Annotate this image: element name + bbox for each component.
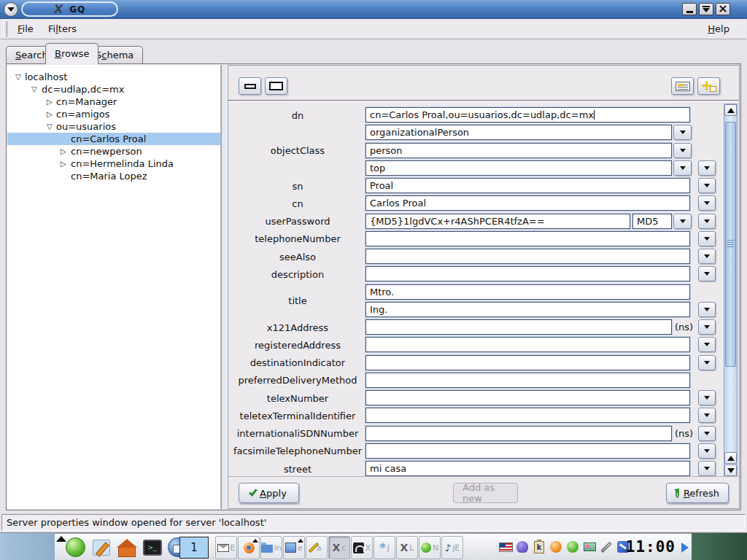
expander-closed-icon[interactable]: ▷ [61,158,66,170]
attribute-value-input[interactable]: organizationalPerson [365,125,672,140]
attribute-value-input[interactable]: Carlos Proal [365,195,690,211]
add-value-button[interactable] [698,249,716,264]
tree-item[interactable]: ▽localhost [7,71,220,83]
add-value-button[interactable] [698,390,716,405]
add-value-button[interactable] [698,178,716,193]
window-menu-button[interactable] [4,2,18,17]
expand-values-button[interactable] [265,77,287,95]
digital-clock[interactable]: 11:00 [626,538,676,556]
attribute-value-input[interactable]: cn=Carlos Proal,ou=usuarios,dc=udlap,dc=… [365,107,690,122]
add-value-button[interactable] [698,160,716,176]
attribute-value-input[interactable] [365,355,690,370]
attribute-value-input[interactable] [365,337,690,352]
desktop-pager[interactable]: 1 [179,537,209,559]
launcher-suse-menu[interactable] [65,537,86,558]
task-button[interactable]: N [419,536,441,559]
collapse-values-button[interactable] [239,77,261,95]
add-value-button[interactable] [698,319,716,335]
add-value-button[interactable] [698,302,716,317]
attribute-value-input[interactable]: Ing. [365,302,690,317]
attribute-value-input[interactable]: top [365,160,672,176]
menu-filters[interactable]: Filters [42,19,83,39]
add-value-button[interactable] [698,195,716,211]
launcher-terminal[interactable]: >_ [142,537,163,558]
scroll-up-button[interactable] [724,104,737,116]
tree-item[interactable]: ▷cn=Manager [7,96,220,108]
task-button[interactable]: a [306,536,328,559]
launcher-home[interactable] [116,537,137,558]
task-button[interactable]: Xc [328,536,350,559]
new-entry-button[interactable] [697,77,720,95]
password-crypt-select[interactable]: MD5 [632,214,672,229]
task-button[interactable]: XL [396,536,418,559]
attribute-value-input[interactable]: mi casa [365,461,690,476]
combo-arrow-button[interactable] [673,214,692,229]
expander-open-icon[interactable]: ▽ [15,71,21,83]
add-value-button[interactable] [698,408,716,423]
tree-scrollbar[interactable] [221,65,228,509]
attribute-value-input[interactable] [365,249,690,264]
combo-arrow-button[interactable] [673,125,692,140]
attribute-value-input[interactable]: {MD5}1lgdVCx+r4AShPCER4tfzA== [365,214,630,229]
attribute-value-input[interactable] [365,408,690,423]
attribute-value-input[interactable] [365,373,690,388]
tree-item[interactable]: ▷cn=newperson [7,145,220,158]
add-value-button[interactable] [698,461,716,476]
tree-item[interactable]: ▷cn=Hermelinda Linda [7,158,220,170]
attribute-value-input[interactable]: Proal [365,178,690,193]
task-button[interactable]: *J [374,536,395,559]
task-button[interactable]: ♪jE [441,536,463,559]
attribute-value-input[interactable] [365,266,690,281]
add-value-button[interactable] [698,355,716,370]
expander-open-icon[interactable]: ▽ [31,83,37,96]
attribute-value-input[interactable] [365,390,690,405]
task-button[interactable]: in [260,536,282,559]
launcher-writer[interactable] [90,537,112,558]
expander-closed-icon[interactable]: ▷ [61,145,66,158]
expander-closed-icon[interactable]: ▷ [47,96,53,108]
attribute-value-input[interactable] [365,426,672,441]
attribute-value-input[interactable]: Mtro. [365,284,690,300]
add-value-button[interactable] [698,426,716,441]
menubar-grip[interactable] [4,21,7,37]
suse-gecko-tray-icon[interactable] [565,540,580,554]
add-value-button[interactable] [698,443,716,459]
task-button[interactable]: e [283,536,305,559]
add-value-button[interactable] [698,266,716,281]
apply-button[interactable]: Apply [239,483,299,503]
tree-item[interactable]: ▽ou=usuarios [7,120,220,133]
network-card-tray-icon[interactable] [582,540,597,554]
attribute-value-input[interactable]: person [365,143,672,158]
close-button[interactable]: × [716,3,730,15]
plug-tray-icon[interactable] [599,540,614,554]
tab-browse[interactable]: Browse [45,43,98,64]
edit-entry-button[interactable] [671,77,694,95]
add-value-button[interactable] [698,231,716,246]
refresh-button[interactable]: Refresh [666,483,729,503]
attribute-value-input[interactable] [365,231,690,246]
add-value-button[interactable] [698,337,716,352]
klipper-tray-icon[interactable]: k [532,540,546,554]
menu-help[interactable]: Help [701,19,736,39]
task-button[interactable]: E [215,536,237,559]
minimize-button[interactable] [682,3,697,15]
attribute-value-input[interactable] [365,319,672,335]
form-scrollbar[interactable] [724,104,738,477]
tree-item[interactable]: cn=Carlos Proal [7,133,220,145]
scroll-down-button[interactable] [724,464,737,476]
maximize-button[interactable] [699,3,713,15]
expander-open-icon[interactable]: ▽ [47,120,53,133]
attribute-value-input[interactable] [365,443,690,459]
menu-file[interactable]: File [11,19,40,39]
window-titlebar[interactable]: X GQ × [0,0,747,19]
tree-item[interactable]: ▽dc=udlap,dc=mx [7,83,220,96]
combo-arrow-button[interactable] [673,143,692,158]
suse-watcher-tray-icon[interactable] [549,540,563,554]
add-value-button[interactable] [698,214,716,229]
tree-item[interactable]: ▷cn=amigos [7,108,220,120]
scroll-up-button-bottom[interactable] [724,452,737,464]
tree-item[interactable]: cn=Maria Lopez [7,170,220,182]
combo-arrow-button[interactable] [673,160,692,176]
task-button[interactable]: X [351,536,373,559]
expander-closed-icon[interactable]: ▷ [47,108,53,120]
